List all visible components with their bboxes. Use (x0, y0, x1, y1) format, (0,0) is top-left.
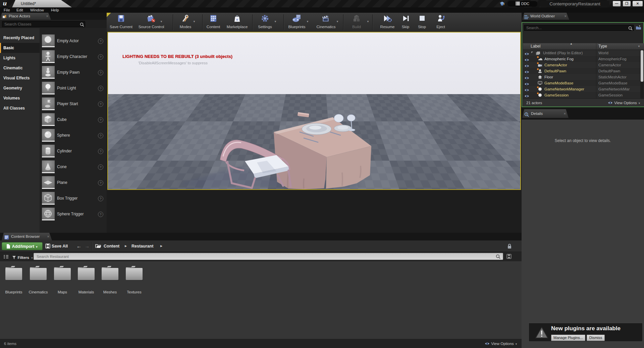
category-cinematic[interactable]: Cinematic (0, 63, 40, 73)
cinematics-button[interactable]: Cinematics ▼ (310, 14, 342, 29)
add-filter-folder-icon[interactable] (636, 25, 642, 31)
content-browser-statusbar: 6 items View Options ▼ (0, 339, 522, 348)
manage-plugins-button[interactable]: Manage Plugins... (551, 335, 585, 341)
list-item[interactable]: Cone? (40, 159, 107, 175)
category-recently-placed[interactable]: Recently Placed (0, 33, 40, 43)
menu-edit[interactable]: Edit (16, 7, 23, 13)
menu-window[interactable]: Window (30, 7, 44, 13)
save-current-button[interactable]: Save Current (105, 14, 137, 29)
marketplace-button[interactable]: u Marketplace (221, 14, 253, 29)
cb-view-options-button[interactable]: View Options ▼ (485, 339, 518, 348)
scrollbar[interactable] (640, 50, 644, 98)
viewport[interactable]: LIGHTING NEEDS TO BE REBUILT (3 unbuilt … (107, 32, 521, 190)
place-actors-search-input[interactable] (2, 21, 85, 27)
folder-maps[interactable] (53, 265, 72, 281)
back-arrow-icon[interactable]: ← (76, 243, 82, 249)
settings-button[interactable]: Settings ▼ (249, 14, 281, 29)
modes-button[interactable]: Modes ▼ (169, 14, 202, 29)
save-search-icon[interactable] (506, 254, 512, 260)
minimize-button[interactable]: — (613, 1, 621, 6)
list-item[interactable]: Empty Actor? (40, 33, 107, 49)
actor-count: 21 actors (526, 101, 542, 105)
list-item[interactable]: Player Start? (40, 96, 107, 112)
category-lights[interactable]: Lights (0, 53, 40, 63)
table-row[interactable]: DefaultPawn DefaultPawn (523, 68, 644, 74)
folder-materials[interactable] (76, 265, 96, 281)
project-name-label: ContemporaryRestaurant (540, 1, 609, 7)
folder-label: Cinematics (29, 290, 48, 294)
list-item[interactable]: Point Light? (40, 80, 107, 96)
sphere-thumbnail (42, 129, 55, 142)
tab-content-browser[interactable]: Content Browser × (2, 233, 52, 240)
outliner-search-input[interactable] (524, 25, 634, 31)
content-search-input[interactable] (34, 253, 503, 260)
sources-panel-toggle-icon[interactable] (3, 254, 9, 260)
table-row[interactable]: GameSession GameSession (523, 92, 644, 98)
folder-meshes[interactable] (100, 265, 120, 281)
close-icon[interactable]: × (46, 13, 48, 20)
source-control-icon (135, 14, 167, 25)
empty-pawn-thumbnail (42, 66, 55, 79)
table-row[interactable]: Untitled (Play In Editor) World (523, 50, 644, 56)
empty-dock-area (107, 190, 522, 233)
filters-button[interactable]: Filters ▼ (12, 254, 33, 260)
scrollbar-thumb[interactable] (641, 50, 643, 82)
forward-arrow-icon[interactable]: → (85, 243, 90, 249)
tab-place-actors[interactable]: Place Actors × (0, 13, 51, 20)
list-item[interactable]: Cylinder? (40, 143, 107, 159)
folder-blueprints[interactable] (4, 265, 23, 281)
list-item[interactable]: Plane? (40, 175, 107, 191)
close-icon[interactable]: × (565, 13, 567, 20)
list-item[interactable]: Box Trigger? (40, 191, 107, 206)
close-icon[interactable]: × (564, 109, 566, 118)
category-volumes[interactable]: Volumes (0, 93, 40, 103)
table-row[interactable]: GameNetworkManager GameNetworkMar (523, 86, 644, 92)
category-basic[interactable]: Basic (0, 43, 40, 53)
dismiss-button[interactable]: Dismiss (587, 335, 605, 341)
blueprints-button[interactable]: Blueprints ▼ (281, 14, 313, 29)
eject-button[interactable]: Eject (425, 14, 457, 29)
lock-icon[interactable] (507, 243, 512, 250)
rows-column-divider (596, 50, 596, 98)
close-icon[interactable]: × (47, 233, 49, 240)
place-actors-icon (2, 14, 7, 21)
outliner-column-headers[interactable]: Label ▲ Type ▼ (523, 43, 644, 50)
breadcrumb-separator-icon[interactable]: ▶ (160, 240, 162, 252)
visibility-eye-icon[interactable] (524, 93, 529, 98)
category-geometry[interactable]: Geometry (0, 83, 40, 93)
type-filter-icon[interactable]: ▼ (638, 45, 640, 48)
menu-file[interactable]: File (4, 7, 10, 13)
level-tab[interactable]: Untitled* (12, 0, 72, 7)
list-item[interactable]: Empty Pawn? (40, 65, 107, 80)
column-header-label[interactable]: Label (531, 44, 540, 49)
tutorials-icon[interactable] (499, 1, 505, 7)
breadcrumb-content[interactable]: Content (104, 240, 119, 252)
outliner-view-options-button[interactable]: View Options ▼ (608, 99, 641, 108)
tab-details[interactable]: i Details × (522, 109, 569, 118)
category-all-classes[interactable]: All Classes (0, 103, 40, 113)
restore-button[interactable]: ❐ (623, 1, 631, 6)
category-visual-effects[interactable]: Visual Effects (0, 73, 40, 83)
folder-textures[interactable] (124, 265, 144, 281)
save-all-button[interactable]: Save All (45, 240, 68, 252)
breadcrumb-restaurant[interactable]: Restaurant (131, 240, 153, 252)
folder-cinematics[interactable] (29, 265, 48, 281)
close-button[interactable]: ✕ (633, 1, 643, 6)
menu-help[interactable]: Help (51, 7, 59, 13)
list-item[interactable]: Sphere Trigger? (40, 206, 107, 222)
table-row[interactable]: Floor StaticMeshActor (523, 74, 644, 80)
list-item[interactable]: Cube? (40, 112, 107, 128)
source-control-button[interactable]: Source Control ▼ (135, 14, 167, 29)
list-item[interactable]: Sphere? (40, 128, 107, 143)
ddc-button[interactable]: DDC (507, 1, 537, 7)
column-divider[interactable] (596, 43, 596, 50)
table-row[interactable]: Atmospheric Fog AtmosphericFog (523, 56, 644, 62)
table-row[interactable]: CameraActor CameraActor (523, 62, 644, 68)
table-row[interactable]: GameModeBase GameModeBase (523, 80, 644, 86)
expander-arrow-icon[interactable] (531, 52, 533, 53)
list-item[interactable]: Empty Character? (40, 49, 107, 65)
tab-world-outliner[interactable]: World Outliner × (522, 13, 569, 20)
column-header-type[interactable]: Type (598, 44, 607, 49)
build-button: Build ▼ (340, 14, 373, 29)
add-import-button[interactable]: Add/Import ▼ (2, 242, 43, 250)
